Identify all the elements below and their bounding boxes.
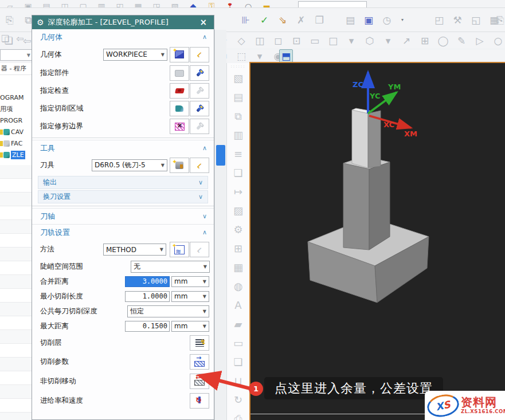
bounded-box-icon[interactable]: ⬒ <box>279 49 293 63</box>
note-icon[interactable]: ▭ <box>231 336 246 350</box>
tree-item-program-root[interactable]: OGRAM <box>0 92 32 103</box>
shield-icon[interactable]: ◆ <box>187 1 199 9</box>
globe-icon[interactable]: ◍ <box>231 279 246 293</box>
new-method-button[interactable] <box>170 242 189 257</box>
graphics-viewport[interactable]: ZC YC YM XC XM <box>249 62 505 420</box>
toolbar-icon[interactable]: ▤ <box>40 1 53 9</box>
new-geometry-button[interactable] <box>170 47 189 62</box>
section-path-settings-header[interactable]: 刀轨设置 ∧ <box>32 224 214 240</box>
tree-item-face-mill[interactable]: FAC <box>0 138 32 149</box>
steep-range-select[interactable]: 无▼ <box>131 261 210 273</box>
select-part-button[interactable] <box>170 65 189 81</box>
sketch-icon[interactable]: ✎ <box>455 34 468 47</box>
cancel-icon[interactable]: ✗ <box>295 14 307 26</box>
program-order-icon[interactable]: ⧉ <box>231 109 246 123</box>
toolbar-icon[interactable]: ▥ <box>95 1 108 9</box>
close-icon[interactable]: × <box>197 17 209 28</box>
cube-icon[interactable]: ◫ <box>253 34 266 47</box>
toolbar-icon[interactable]: ▢ <box>77 1 89 9</box>
dialog-scrollbar[interactable] <box>214 30 226 420</box>
toolbar-icon[interactable]: ◰ <box>113 1 126 9</box>
new-tool-button[interactable] <box>170 158 189 173</box>
select-check-button[interactable] <box>170 83 189 99</box>
toolbar-icon[interactable]: ▧ <box>169 1 181 9</box>
page-icon[interactable]: ❏ <box>1 33 9 44</box>
pages-icon[interactable]: ❏ <box>231 355 246 369</box>
dialog-title-bar[interactable]: ⚙ 深度轮廓加工 - [ZLEVEL_PROFILE] × <box>32 15 214 29</box>
back-arrow-icon[interactable]: ⇦ <box>16 33 24 44</box>
overflow-icon[interactable]: ⎘ <box>494 14 505 26</box>
cube-icon[interactable]: ◇ <box>235 34 248 47</box>
paste-icon[interactable]: ⎘ <box>3 14 16 26</box>
section-geometry-header[interactable]: 几何体 ∧ <box>32 29 214 45</box>
toolbar-icon[interactable]: ◳ <box>150 1 163 9</box>
hexagon-icon[interactable]: ⬡ <box>363 34 376 47</box>
cut-parameters-button[interactable] <box>190 354 209 370</box>
cube-icon[interactable]: ⊡ <box>290 34 303 47</box>
display-cut-area-button[interactable] <box>190 101 209 116</box>
text-style-icon[interactable]: A <box>231 298 246 312</box>
dropdown-icon[interactable]: ▾ <box>253 50 266 62</box>
feeds-speeds-button[interactable] <box>190 393 209 409</box>
key-icon[interactable]: ⚿ <box>205 1 218 9</box>
postprocess-icon[interactable]: ⇘ <box>276 14 289 26</box>
operation-navigator-icon[interactable]: ▤ <box>231 90 246 104</box>
eraser-icon[interactable]: ▰ <box>231 317 246 331</box>
toolbar-icon[interactable]: ▣ <box>22 1 34 9</box>
hatch-column-icon[interactable]: ▨ <box>231 203 246 218</box>
tool-sim-icon[interactable]: ⚒ <box>451 14 464 26</box>
press-tool-icon[interactable]: ⊔ <box>231 374 246 388</box>
display-part-button[interactable] <box>190 65 209 81</box>
geometry-select[interactable]: WORKPIECE▼ <box>103 49 167 61</box>
workpiece-sim-icon[interactable]: ◱ <box>469 14 482 26</box>
grid-icon[interactable]: ⊞ <box>418 34 431 47</box>
circle-icon[interactable]: ○ <box>492 34 504 47</box>
machine-tool-view-icon[interactable]: ▥ <box>231 128 246 142</box>
method-view-icon[interactable]: ❏ <box>231 166 246 180</box>
display-trim-button[interactable] <box>190 119 209 134</box>
min-cut-unit-select[interactable]: mm▼ <box>171 291 209 302</box>
edit-geometry-button[interactable]: ⌐ <box>190 47 209 62</box>
machine-bed-icon[interactable]: ▦ <box>231 260 246 274</box>
alert-icon[interactable]: ❢ <box>224 1 236 9</box>
edit-method-button[interactable]: ⌐ <box>190 242 209 257</box>
tool-move-icon[interactable]: ↦ <box>231 185 246 199</box>
list-icon[interactable]: ❐ <box>313 14 326 26</box>
tree-item-cavity-mill[interactable]: CAV <box>0 126 32 138</box>
time-estimate-icon[interactable]: ◷ <box>381 14 393 26</box>
dropdown-icon[interactable]: ▾ <box>345 34 358 47</box>
dashed-box-icon[interactable]: ⬚ <box>235 50 248 62</box>
tree-item-zlevel-profile[interactable]: ZLE <box>0 149 32 160</box>
shop-doc-icon[interactable]: ▣ <box>362 14 375 26</box>
non-cutting-moves-button[interactable] <box>190 374 209 389</box>
select-cut-area-button[interactable] <box>170 101 189 116</box>
max-distance-input[interactable]: 0.1500 <box>125 321 170 332</box>
tree-item-unused[interactable]: 用项 <box>0 103 32 115</box>
press-icon[interactable]: ⊞ <box>231 241 246 256</box>
edit-tool-button[interactable]: ⌐ <box>190 158 209 173</box>
ruler-icon[interactable]: ▬ <box>260 1 273 9</box>
square-icon[interactable]: □ <box>327 34 339 47</box>
toolbar-icon[interactable]: ▱ <box>3 1 16 9</box>
circle-icon[interactable]: ◯ <box>437 34 449 47</box>
tool-change-subsection[interactable]: 换刀设置 ∨ <box>38 190 208 203</box>
sheet-icon[interactable]: ▤ <box>344 14 357 26</box>
dropdown-icon[interactable]: ▾ <box>382 34 394 47</box>
machine-sim-icon[interactable]: ◰ <box>433 14 445 26</box>
verify-toolpath-icon[interactable]: ✓ <box>258 14 271 26</box>
display-check-button[interactable] <box>190 83 209 99</box>
max-unit-select[interactable]: mm▼ <box>171 321 209 332</box>
csys-icon[interactable]: ↗ <box>400 34 413 47</box>
cube-icon[interactable]: ▭ <box>308 34 321 47</box>
command-finder-input[interactable] <box>298 1 367 8</box>
tree-item-program[interactable]: PROGR <box>0 115 32 126</box>
select-trim-button[interactable] <box>170 119 189 134</box>
cone-icon[interactable]: ▷ <box>473 34 486 47</box>
printer-icon[interactable]: ⎙ <box>231 411 246 420</box>
toolbar-icon[interactable]: ▦ <box>132 1 144 9</box>
cube-icon[interactable]: ◻ <box>272 34 284 47</box>
scrollbar-thumb[interactable] <box>216 145 225 166</box>
tool-select[interactable]: D6R0.5 (铣刀-5 ▼ <box>92 159 167 171</box>
depth-per-cut-select[interactable]: 恒定▼ <box>127 305 209 317</box>
method-select[interactable]: METHOD▼ <box>103 244 166 256</box>
